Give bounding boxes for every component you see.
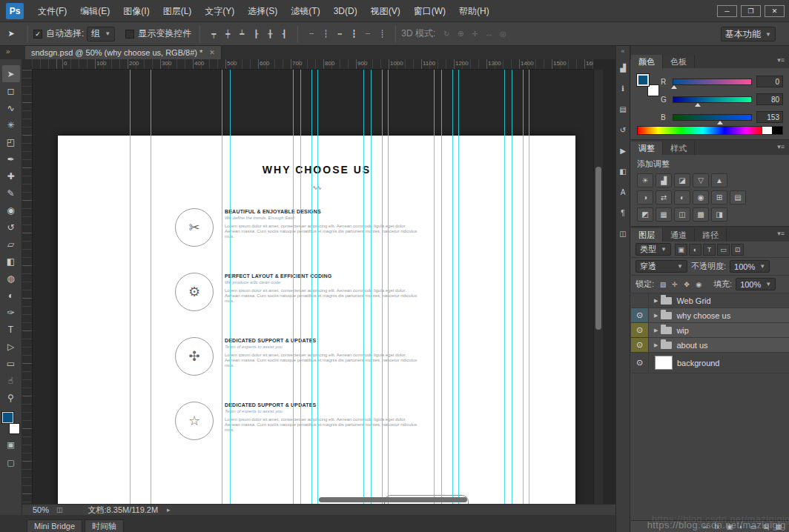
background-color-swatch[interactable] (9, 423, 20, 434)
photo-filter-icon[interactable]: ◉ (693, 190, 709, 205)
align-bottom-icon[interactable]: ┷ (235, 27, 248, 41)
tab-swatches[interactable]: 色板 (663, 55, 695, 68)
posterize-icon[interactable]: ▦ (656, 207, 672, 222)
expand-arrow-icon[interactable]: ▶ (654, 313, 658, 319)
status-arrow-icon[interactable]: ▸ (167, 506, 171, 513)
panel-menu-icon[interactable]: ▾≡ (777, 230, 785, 237)
hand-tool[interactable]: ☝ (2, 372, 20, 389)
filter-smart-objects-icon[interactable]: ⊡ (731, 244, 744, 256)
expand-arrow-icon[interactable]: ▶ (654, 298, 658, 304)
tab-layers[interactable]: 图层 (631, 228, 663, 242)
shape-tool[interactable]: ▭ (2, 355, 20, 372)
foreground-color-swatch[interactable] (637, 74, 649, 86)
menu-item[interactable]: 视图(V) (364, 0, 407, 22)
align-right-icon[interactable]: ┨ (277, 27, 291, 41)
curves-icon[interactable]: ◪ (674, 173, 690, 187)
pen-tool[interactable]: ✑ (2, 304, 20, 321)
clone-source-panel-icon[interactable]: ◫ (617, 228, 630, 239)
fill-field[interactable]: 100%▼ (736, 278, 776, 290)
red-slider[interactable] (673, 79, 752, 85)
menu-item[interactable]: 文件(F) (31, 0, 73, 22)
lock-pixels-icon[interactable]: ✛ (670, 279, 680, 290)
layer-row-why-choose-us[interactable]: ⊙ ▶ why choose us (631, 308, 789, 323)
invert-icon[interactable]: ◩ (637, 207, 653, 222)
layer-filter-dropdown[interactable]: 类型▼ (636, 243, 671, 256)
gradient-tool[interactable]: ◧ (2, 253, 20, 270)
history-panel-icon[interactable]: ↺ (617, 124, 630, 136)
expand-arrow-icon[interactable]: ▶ (654, 342, 658, 348)
green-slider[interactable] (673, 96, 752, 103)
distribute-vcenter-icon[interactable]: ┆ (319, 27, 332, 41)
background-color-swatch[interactable] (647, 84, 659, 96)
quick-selection-tool[interactable]: ✳ (2, 116, 20, 133)
filter-pixel-layers-icon[interactable]: ▣ (675, 244, 687, 256)
menu-item[interactable]: 滤镜(T) (284, 0, 326, 22)
visibility-toggle[interactable]: ⊙ (631, 308, 649, 322)
distribute-hcenter-icon[interactable]: ┈ (361, 27, 374, 41)
tab-timeline[interactable]: 时间轴 (85, 519, 124, 532)
eyedropper-tool[interactable]: ✒ (2, 150, 20, 167)
black-white-icon[interactable]: ◐ (674, 190, 690, 205)
clone-stamp-tool[interactable]: ◉ (2, 202, 20, 219)
channel-mixer-icon[interactable]: ⊞ (711, 190, 727, 205)
tab-styles[interactable]: 样式 (663, 142, 695, 155)
foreground-color-swatch[interactable] (2, 412, 13, 423)
vertical-scrollbar-thumb[interactable] (595, 167, 601, 330)
distribute-right-icon[interactable]: ┊ (375, 27, 389, 41)
tab-color[interactable]: 颜色 (631, 55, 663, 68)
info-panel-icon[interactable]: ℹ (617, 83, 630, 94)
close-button[interactable]: ✕ (765, 5, 785, 17)
zoom-level[interactable]: 50% (33, 505, 49, 514)
menu-item[interactable]: 图层(L) (156, 0, 199, 22)
exposure-icon[interactable]: ▽ (693, 173, 709, 187)
tab-channels[interactable]: 通道 (663, 228, 695, 242)
history-brush-tool[interactable]: ↺ (2, 219, 20, 236)
artboard[interactable]: WHY CHOOSE US ∿∿ ✂ BEAUTIFUL & ENJOYABLE… (58, 136, 575, 504)
move-tool[interactable]: ➤ (2, 65, 20, 82)
tab-adjustments[interactable]: 调整 (631, 142, 663, 155)
type-tool[interactable]: T (2, 321, 20, 338)
healing-brush-tool[interactable]: ✚ (2, 167, 20, 184)
3d-scale-icon[interactable]: ◎ (496, 27, 509, 41)
eraser-tool[interactable]: ▱ (2, 236, 20, 253)
filter-adjustment-layers-icon[interactable]: ◐ (689, 244, 701, 256)
brightness-contrast-icon[interactable]: ☀ (637, 173, 653, 187)
distribute-bottom-icon[interactable]: ┅ (333, 27, 346, 41)
expand-arrow-icon[interactable]: ▶ (654, 327, 658, 333)
tab-paths[interactable]: 路径 (695, 228, 727, 242)
auto-select-checkbox[interactable]: ✓ (33, 30, 42, 39)
tab-mini-bridge[interactable]: Mini Bridge (27, 519, 82, 532)
screen-mode-button[interactable]: ▢ (2, 455, 20, 470)
distribute-top-icon[interactable]: ┄ (305, 27, 318, 41)
layer-row-about-us[interactable]: ⊙ ▶ about us (631, 338, 789, 353)
3d-slide-icon[interactable]: ↔ (482, 27, 495, 41)
distribute-left-icon[interactable]: ┇ (347, 27, 360, 41)
layer-row-background[interactable]: ⊙ background (631, 353, 789, 373)
collapse-dock-icon[interactable]: » (6, 47, 10, 56)
path-selection-tool[interactable]: ▷ (2, 338, 20, 355)
opacity-field[interactable]: 100%▼ (730, 260, 770, 273)
dodge-tool[interactable]: ◐ (2, 287, 20, 304)
styles-panel-icon[interactable]: ◧ (617, 166, 630, 177)
red-value-field[interactable]: 0 (756, 76, 783, 87)
visibility-toggle[interactable]: ⊙ (631, 323, 649, 337)
blue-slider[interactable] (673, 114, 752, 121)
properties-panel-icon[interactable]: ▤ (617, 104, 630, 115)
show-transform-checkbox[interactable] (125, 30, 134, 39)
green-value-field[interactable]: 80 (756, 93, 783, 105)
marquee-tool[interactable]: ◻ (2, 82, 20, 99)
document-tab[interactable]: sndsgn.psd @ 50% (why choose us, RGB/8#)… (25, 46, 222, 59)
maximize-button[interactable]: ❐ (741, 5, 761, 17)
vibrance-icon[interactable]: ▲ (711, 173, 727, 187)
visibility-toggle[interactable]: ⊙ (631, 353, 649, 373)
vertical-scrollbar-track[interactable] (593, 70, 603, 504)
blue-value-field[interactable]: 153 (756, 111, 783, 123)
menu-item[interactable]: 帮助(H) (452, 0, 496, 22)
levels-icon[interactable]: ▟ (656, 173, 672, 187)
lock-transparency-icon[interactable]: ▨ (658, 279, 668, 290)
color-lookup-icon[interactable]: ▤ (730, 190, 746, 205)
auto-select-dropdown[interactable]: 组▼ (87, 27, 115, 41)
panel-menu-icon[interactable]: ▾≡ (777, 143, 785, 150)
character-panel-icon[interactable]: A (617, 187, 630, 198)
selective-color-icon[interactable]: ◨ (711, 207, 727, 222)
